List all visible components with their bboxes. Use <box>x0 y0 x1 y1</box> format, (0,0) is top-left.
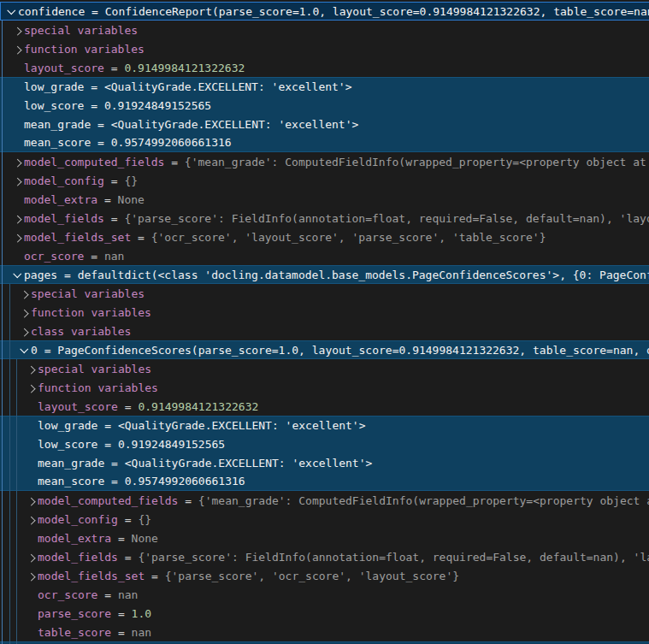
chevron-right-icon[interactable] <box>10 209 24 227</box>
equals-sign: = <box>111 626 131 639</box>
chevron-right-icon[interactable] <box>10 21 24 39</box>
equals-sign: = <box>131 231 150 244</box>
equals-sign: = <box>97 419 117 432</box>
chevron-down-icon[interactable] <box>10 265 24 284</box>
group-row[interactable]: special variables <box>0 21 649 39</box>
variable-row[interactable]: mean_grade = <QualityGrade.EXCELLENT: 'e… <box>0 453 649 472</box>
twistie-spacer <box>10 115 24 133</box>
group-row[interactable]: function variables <box>0 303 649 322</box>
twistie-spacer <box>24 417 38 435</box>
twistie-spacer <box>10 246 24 265</box>
variable-row[interactable]: layout_score = 0.9149984121322632 <box>0 58 649 77</box>
variable-row[interactable]: low_grade = <QualityGrade.EXCELLENT: 'ex… <box>0 416 649 434</box>
equals-sign: = <box>84 250 103 263</box>
variable-row[interactable]: layout_score = 0.9149984121322632 <box>0 397 649 416</box>
variable-row[interactable]: model_extra = None <box>0 529 649 547</box>
equals-sign: = <box>118 400 138 413</box>
variable-row[interactable]: confidence = ConfidenceReport(parse_scor… <box>0 2 649 21</box>
chevron-right-icon[interactable] <box>10 171 24 190</box>
equals-sign: = <box>104 212 124 225</box>
variable-row[interactable]: table_score = nan <box>0 623 649 641</box>
variable-name: mean_grade <box>38 457 104 470</box>
variable-value: 1.0 <box>132 607 151 620</box>
variable-row[interactable]: pages = defaultdict(<class 'docling.data… <box>0 265 649 284</box>
twistie-spacer <box>24 604 38 623</box>
chevron-right-icon[interactable] <box>24 378 38 397</box>
group-row[interactable]: function variables <box>0 39 649 58</box>
group-row[interactable]: function variables <box>0 378 649 397</box>
equals-sign: = <box>118 551 138 564</box>
variable-name: layout_score <box>24 62 104 74</box>
chevron-right-icon[interactable] <box>24 566 38 585</box>
chevron-right-icon[interactable] <box>17 322 31 340</box>
variable-value: 0.9574992060661316 <box>125 475 245 487</box>
variable-name: confidence <box>18 5 85 18</box>
variable-value: {'mean_grade': ComputedFieldInfo(wrapped… <box>198 494 649 507</box>
variable-row[interactable]: ocr_score = nan <box>0 585 649 604</box>
group-row[interactable]: special variables <box>0 284 649 303</box>
variable-name: model_fields <box>24 212 104 225</box>
variable-name: pages <box>24 269 57 281</box>
variable-value: <QualityGrade.EXCELLENT: 'excellent'> <box>104 80 352 93</box>
chevron-right-icon[interactable] <box>24 359 38 378</box>
equals-sign: = <box>38 344 57 357</box>
variable-row[interactable]: mean_score = 0.9574992060661316 <box>0 472 649 491</box>
variable-value: None <box>118 193 145 206</box>
variable-name: layout_score <box>38 400 118 413</box>
variable-value: <QualityGrade.EXCELLENT: 'excellent'> <box>125 457 373 470</box>
chevron-right-icon[interactable] <box>17 284 31 303</box>
equals-sign: = <box>57 269 77 281</box>
variable-row[interactable]: model_computed_fields = {'mean_grade': C… <box>0 152 649 171</box>
twistie-spacer <box>24 472 38 491</box>
variable-value: nan <box>104 250 124 263</box>
chevron-right-icon[interactable] <box>24 510 38 529</box>
variable-row[interactable]: model_config = {} <box>0 171 649 190</box>
variable-value: 0.9149984121322632 <box>138 400 258 413</box>
equals-sign: = <box>97 193 117 206</box>
variable-name: model_extra <box>24 193 97 206</box>
chevron-down-icon[interactable] <box>4 2 18 21</box>
variable-row[interactable]: 0 = PageConfidenceScores(parse_score=1.0… <box>0 340 649 359</box>
chevron-right-icon[interactable] <box>10 39 24 58</box>
variable-value: 0.91924849152565 <box>118 438 225 451</box>
variable-row[interactable]: model_fields_set = {'parse_score', 'ocr_… <box>0 566 649 585</box>
variable-name: table_score <box>38 626 111 639</box>
twistie-spacer <box>10 190 24 209</box>
variables-tree: confidence = ConfidenceReport(parse_scor… <box>0 2 649 644</box>
variable-row[interactable]: mean_grade = <QualityGrade.EXCELLENT: 'e… <box>0 115 649 133</box>
chevron-down-icon[interactable] <box>17 340 31 359</box>
chevron-right-icon[interactable] <box>17 303 31 322</box>
variable-name: model_fields_set <box>38 570 145 582</box>
variable-row[interactable]: model_computed_fields = {'mean_grade': C… <box>0 491 649 510</box>
variable-name: low_grade <box>24 80 84 93</box>
twistie-spacer <box>24 529 38 547</box>
variable-row[interactable]: ocr_score = nan <box>0 246 649 265</box>
group-row[interactable]: special variables <box>0 359 649 378</box>
twistie-spacer <box>10 78 24 97</box>
variable-name: model_computed_fields <box>38 494 178 507</box>
variable-row[interactable]: model_config = {} <box>0 510 649 529</box>
variable-name: model_fields <box>38 551 118 564</box>
variable-name: special variables <box>31 287 145 300</box>
chevron-right-icon[interactable] <box>10 152 24 171</box>
variable-row[interactable]: parse_score = 1.0 <box>0 604 649 623</box>
equals-sign: = <box>91 136 110 149</box>
chevron-right-icon[interactable] <box>24 491 38 510</box>
variable-row[interactable]: model_fields = {'parse_score': FieldInfo… <box>0 547 649 566</box>
group-row[interactable]: class variables <box>0 322 649 340</box>
variable-row[interactable]: model_fields = {'parse_score': FieldInfo… <box>0 209 649 227</box>
variable-row[interactable]: model_fields_set = {'ocr_score', 'layout… <box>0 227 649 246</box>
chevron-right-icon[interactable] <box>10 227 24 246</box>
chevron-right-icon[interactable] <box>24 547 38 566</box>
variable-row[interactable]: model_extra = None <box>0 190 649 209</box>
variable-row[interactable]: mean_score = 0.9574992060661316 <box>0 133 649 152</box>
equals-sign: = <box>91 118 110 131</box>
variable-row[interactable]: low_grade = <QualityGrade.EXCELLENT: 'ex… <box>0 77 649 96</box>
variable-row[interactable]: low_score = 0.91924849152565 <box>0 434 649 453</box>
variable-name: model_fields_set <box>24 231 131 244</box>
variable-row[interactable]: low_score = 0.91924849152565 <box>0 96 649 115</box>
variable-name: mean_grade <box>24 118 91 131</box>
variable-name: function variables <box>31 306 151 319</box>
variable-value: <QualityGrade.EXCELLENT: 'excellent'> <box>118 419 366 432</box>
variable-name: special variables <box>24 24 138 37</box>
